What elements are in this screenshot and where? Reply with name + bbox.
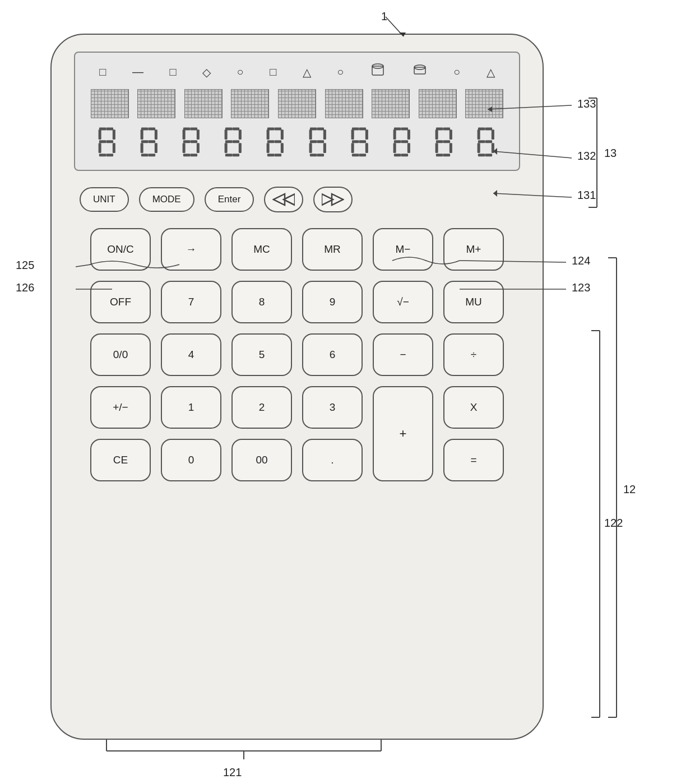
percent-button[interactable]: 0/0: [90, 333, 151, 376]
00-button[interactable]: 00: [231, 439, 292, 481]
shape-diamond: ◇: [202, 66, 211, 79]
dot-matrix-8: [419, 89, 457, 118]
digit-3: [177, 126, 206, 159]
sqrt-button[interactable]: √−: [373, 281, 433, 323]
svg-rect-10: [98, 143, 101, 153]
3-button[interactable]: 3: [302, 386, 363, 429]
arrow-left-button[interactable]: [264, 187, 303, 212]
col-plus: +: [373, 386, 433, 481]
dot-matrix-9: [465, 89, 503, 118]
col-right: X =: [443, 386, 504, 481]
svg-rect-12: [99, 154, 106, 156]
6-button[interactable]: 6: [302, 333, 363, 376]
svg-rect-61: [323, 143, 326, 153]
ce-button[interactable]: CE: [90, 439, 151, 481]
9-button[interactable]: 9: [302, 281, 363, 323]
mplus-button[interactable]: M+: [443, 228, 504, 271]
digit-8: [388, 126, 417, 159]
svg-rect-98: [478, 140, 485, 143]
svg-text:132: 132: [577, 150, 596, 162]
svg-rect-86: [435, 129, 438, 140]
display-row-132: [86, 89, 508, 118]
svg-text:123: 123: [572, 281, 590, 294]
svg-rect-7: [112, 129, 115, 140]
dot-matrix-4: [231, 89, 269, 118]
svg-rect-103: [485, 154, 493, 156]
col-3: 3 .: [302, 386, 363, 481]
svg-rect-28: [183, 140, 191, 143]
col-1: 1 0: [161, 386, 221, 481]
svg-rect-71: [365, 143, 368, 153]
mc-button[interactable]: MC: [231, 228, 292, 271]
enter-button[interactable]: Enter: [205, 187, 254, 212]
5-button[interactable]: 5: [231, 333, 292, 376]
svg-rect-70: [351, 143, 354, 153]
plus-button[interactable]: +: [373, 386, 433, 481]
svg-rect-38: [225, 140, 233, 143]
svg-rect-80: [393, 143, 396, 153]
digit-5: [261, 126, 290, 159]
svg-text:126: 126: [16, 281, 34, 294]
4-button[interactable]: 4: [161, 333, 221, 376]
svg-rect-31: [197, 143, 200, 153]
svg-rect-69: [359, 140, 366, 143]
off-button[interactable]: OFF: [90, 281, 151, 323]
divide-button[interactable]: ÷: [443, 333, 504, 376]
shape-triangle: △: [303, 66, 311, 79]
svg-rect-60: [309, 143, 312, 153]
minus-button[interactable]: −: [373, 333, 433, 376]
mode-button[interactable]: MODE: [139, 187, 194, 212]
onc-button[interactable]: ON/C: [90, 228, 151, 271]
svg-rect-82: [394, 154, 401, 156]
arrow-right-button[interactable]: [313, 187, 353, 212]
8-button[interactable]: 8: [231, 281, 292, 323]
svg-rect-43: [233, 154, 240, 156]
dot-matrix-5: [278, 89, 316, 118]
shape-triangle2: △: [486, 66, 495, 79]
digit-7: [346, 126, 375, 159]
display-section: □ — □ ◇ ○ □ △ ○: [74, 52, 520, 171]
dot-matrix-1: [91, 89, 129, 118]
svg-rect-81: [407, 143, 410, 153]
svg-rect-95: [485, 128, 493, 131]
mr-button[interactable]: MR: [302, 228, 363, 271]
multiply-button[interactable]: X: [443, 386, 504, 429]
arrow-button[interactable]: →: [161, 228, 221, 271]
shape-square2: □: [270, 66, 276, 78]
equals-button[interactable]: =: [443, 439, 504, 481]
2-button[interactable]: 2: [231, 386, 292, 429]
svg-rect-62: [309, 154, 317, 156]
svg-rect-17: [155, 129, 157, 140]
svg-rect-66: [351, 129, 354, 140]
svg-rect-85: [443, 128, 451, 131]
1-button[interactable]: 1: [161, 386, 221, 429]
svg-rect-99: [485, 140, 493, 143]
posneg-button[interactable]: +/−: [90, 386, 151, 429]
keypad-section: ON/C → MC MR M− M+ OFF 7 8 9 √− MU 0/0 4…: [74, 228, 520, 481]
svg-rect-36: [225, 129, 228, 140]
svg-rect-58: [309, 140, 317, 143]
svg-rect-76: [393, 129, 396, 140]
unit-button[interactable]: UNIT: [80, 187, 129, 212]
svg-rect-51: [281, 143, 284, 153]
svg-rect-35: [233, 128, 240, 131]
svg-rect-8: [99, 140, 106, 143]
svg-rect-83: [401, 154, 408, 156]
0-button[interactable]: 0: [161, 439, 221, 481]
digit-9: [430, 126, 459, 159]
svg-rect-27: [197, 129, 200, 140]
dot-button[interactable]: .: [302, 439, 363, 481]
digit-1: [93, 126, 122, 159]
svg-rect-52: [267, 154, 275, 156]
svg-rect-29: [190, 140, 197, 143]
svg-rect-63: [317, 154, 324, 156]
mminus-button[interactable]: M−: [373, 228, 433, 271]
svg-rect-22: [141, 154, 149, 156]
svg-rect-79: [401, 140, 408, 143]
svg-rect-77: [407, 129, 410, 140]
svg-rect-97: [492, 129, 494, 140]
svg-rect-87: [450, 129, 452, 140]
dot-matrix-7: [372, 89, 410, 118]
mu-button[interactable]: MU: [443, 281, 504, 323]
7-button[interactable]: 7: [161, 281, 221, 323]
